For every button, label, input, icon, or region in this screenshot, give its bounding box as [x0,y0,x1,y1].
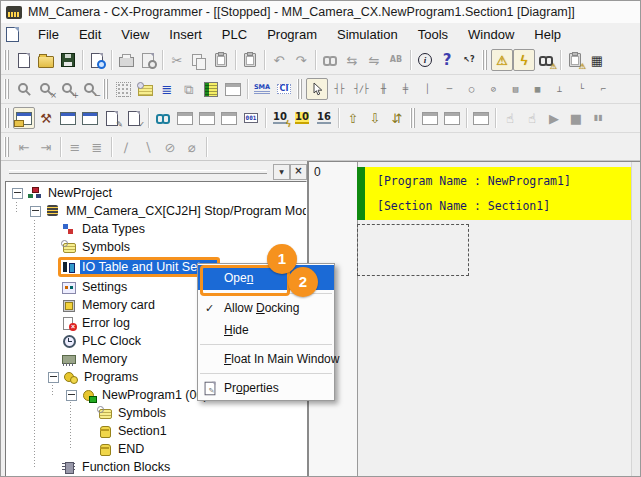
find-error-button[interactable]: ⚠ [535,49,557,71]
watch-button[interactable] [152,107,174,129]
save-button[interactable] [57,49,79,71]
open-button[interactable] [35,49,57,71]
replace-button[interactable]: ⇆ [341,49,363,71]
monitor-mode-button[interactable] [470,107,492,129]
contact-nc-button[interactable]: ┤∕├ [350,78,372,100]
paste-special-button[interactable] [239,49,261,71]
cross-reference-button[interactable]: ✎ [101,107,123,129]
tree-expander-minus[interactable] [12,188,23,199]
tree-item-symbols[interactable]: Symbols [6,404,306,422]
menu-plc[interactable]: PLC [212,27,257,42]
context-help-button[interactable]: ↖? [458,49,480,71]
menu-window[interactable]: Window [458,27,524,42]
vertical-scrollbar[interactable] [631,162,640,476]
zoom-out-button[interactable]: − [79,78,101,100]
toolbar-grip[interactable] [4,108,9,128]
align-coils-button[interactable]: ≣ [86,136,108,158]
monitor-hex-button[interactable]: 16 [313,107,335,129]
comment-list-button[interactable] [196,107,218,129]
cut-button[interactable]: ✂ [166,49,188,71]
panel-grip[interactable] [9,170,267,174]
monitor-rung-button[interactable]: ⧉ [178,78,200,100]
zoom-region-button[interactable]: × [35,78,57,100]
monitor-signed-button[interactable]: 10 [291,107,313,129]
about-button[interactable] [414,49,436,71]
trigger-pause-button[interactable]: ☝ [521,107,543,129]
monitor-error-button[interactable]: ϟ [513,49,535,71]
toolbar-grip[interactable] [4,50,9,70]
new-button[interactable] [13,49,35,71]
menu-insert[interactable]: Insert [159,27,212,42]
menu-tools[interactable]: Tools [408,27,458,42]
menu-file[interactable]: File [28,27,69,42]
paste-button[interactable] [210,49,232,71]
transfer-error-button[interactable]: ⚠ [564,49,586,71]
instruction2-button[interactable]: ▦ [526,78,548,100]
find-replace-button[interactable]: ⇋ [363,49,385,71]
address-replace-button[interactable]: AB [385,49,407,71]
watch-window-button[interactable] [57,107,79,129]
diff-add-button[interactable]: ∕ [115,136,137,158]
sim-stop-button[interactable]: ■ [565,107,587,129]
context-menu-item-float-in-main-window[interactable]: Float In Main Window [198,348,334,370]
transfer-from-plc-button[interactable]: ⇩ [364,107,386,129]
monitor-data-button[interactable] [218,107,240,129]
pause-monitor-button[interactable]: ☝ [499,107,521,129]
toolbar-grip[interactable] [103,79,108,99]
compare-plc-button[interactable]: ⇵ [386,107,408,129]
tree-expander-minus[interactable] [48,372,59,383]
panel-menu-button[interactable]: ▼ [273,164,290,180]
transfer-to-plc-button[interactable]: ⇧ [342,107,364,129]
contact-or-nc-button[interactable]: ╪ [394,78,416,100]
tree-item-end[interactable]: END [6,440,306,458]
mnemonic-view-button[interactable] [222,78,244,100]
binary-monitor-button[interactable]: 001 [240,107,262,129]
plc-error-button[interactable]: ⚠ [491,49,513,71]
sim-pause-button[interactable]: ▮▮ [587,107,609,129]
online-edit-button[interactable] [441,107,463,129]
corner-button[interactable]: └ [570,78,592,100]
align-rungs-button[interactable]: ≡ [64,136,86,158]
zoom-tool-button[interactable] [13,78,35,100]
indent-right-button[interactable]: ⇥ [35,136,57,158]
diff-remove-button[interactable]: ∖ [137,136,159,158]
select-tool-button[interactable] [306,78,328,100]
menu-program[interactable]: Program [257,27,327,42]
help-button[interactable]: ? [436,49,458,71]
coil-button[interactable]: ○ [460,78,482,100]
toolbar-grip[interactable] [410,108,415,128]
menu-view[interactable]: View [111,27,159,42]
tree-item-section1[interactable]: Section1 [6,422,306,440]
output-window-button[interactable] [79,107,101,129]
redo-button[interactable]: ↷ [290,49,312,71]
undo-button[interactable]: ↶ [268,49,290,71]
work-online-button[interactable] [419,107,441,129]
tree-item-newproject[interactable]: NewProject [6,184,306,202]
tree-expander-minus[interactable] [30,206,41,217]
context-menu-item-allow-docking[interactable]: ✓Allow Docking [198,297,334,319]
menu-simulation[interactable]: Simulation [327,27,408,42]
ladder-diagram-editor[interactable]: 0 [Program Name : NewProgram1] [Section … [309,161,640,476]
toolbar-grip[interactable] [4,137,9,157]
diff-change-button[interactable]: ⊘ [159,136,181,158]
find-button[interactable] [319,49,341,71]
compile-button[interactable]: ⚒ [35,107,57,129]
local-window-button[interactable]: ✓ [123,107,145,129]
edge-partial-button[interactable]: ▦ [586,49,608,71]
ladder-view-button[interactable] [200,78,222,100]
copy-button[interactable] [188,49,210,71]
io-comment-button[interactable] [174,107,196,129]
tree-item-mm-camera-cx-cj2h-stop-program-mode[interactable]: MM_Camera_CX[CJ2H] Stop/Program Mode [6,202,306,220]
invert-button[interactable]: ⊥ [548,78,570,100]
sim-run-button[interactable]: ▶ [543,107,565,129]
show-ci-button[interactable]: CI [273,78,295,100]
coil-closed-button[interactable]: ⊘ [482,78,504,100]
zoom-in-button[interactable]: + [57,78,79,100]
horizontal-line-button[interactable]: ─ [438,78,460,100]
diff-clear-button[interactable]: ⌀ [181,136,203,158]
tree-item-symbols[interactable]: Symbols [6,238,306,256]
indent-left-button[interactable]: ⇤ [13,136,35,158]
print-button[interactable] [115,49,137,71]
grid-toggle-button[interactable] [112,78,134,100]
contact-or-no-button[interactable]: ╫ [372,78,394,100]
